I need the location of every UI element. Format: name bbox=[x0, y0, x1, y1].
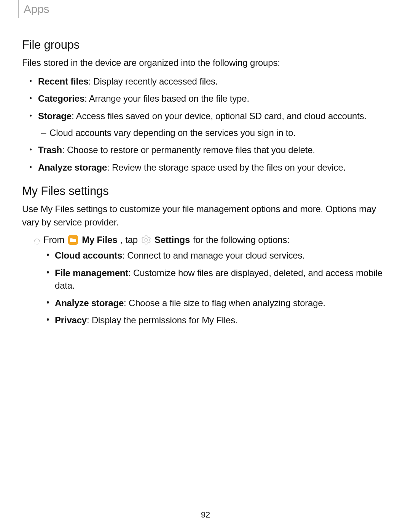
step-app-name: My Files bbox=[82, 235, 117, 245]
section-intro-my-files: Use My Files settings to customize your … bbox=[22, 203, 389, 229]
my-files-app-icon bbox=[68, 235, 78, 245]
section-intro-file-groups: Files stored in the device are organized… bbox=[22, 56, 389, 70]
sub-list-item: Cloud accounts vary depending on the ser… bbox=[49, 126, 389, 139]
term: Cloud accounts bbox=[55, 250, 122, 260]
section-my-files-settings: My Files settings Use My Files settings … bbox=[22, 184, 389, 327]
term: Analyze storage bbox=[38, 162, 107, 173]
desc: : Connect to and manage your cloud servi… bbox=[122, 250, 304, 260]
desc: : Review the storage space used by the f… bbox=[107, 162, 346, 173]
step-settings-label: Settings bbox=[155, 235, 190, 245]
list-item: Recent files: Display recently accessed … bbox=[38, 75, 389, 88]
desc: : Choose to restore or permanently remov… bbox=[62, 145, 315, 155]
step-instruction: From My Files, tap Settings for the foll… bbox=[22, 235, 389, 245]
header-title: Apps bbox=[24, 3, 49, 16]
list-item: Analyze storage: Review the storage spac… bbox=[38, 161, 389, 174]
desc: : Display recently accessed files. bbox=[88, 76, 218, 86]
step-bullet-icon bbox=[33, 236, 40, 243]
desc: : Access files saved on your device, opt… bbox=[72, 111, 366, 121]
step-text-from: From bbox=[43, 235, 64, 245]
term: Privacy bbox=[55, 315, 87, 325]
section-heading-file-groups: File groups bbox=[22, 38, 389, 52]
list-item: Categories: Arrange your files based on … bbox=[38, 92, 389, 105]
term: Trash bbox=[38, 145, 62, 155]
list-item: Privacy: Display the permissions for My … bbox=[55, 314, 389, 327]
term: Storage bbox=[38, 111, 72, 121]
page-header: Apps bbox=[0, 0, 411, 18]
header-divider bbox=[18, 0, 19, 18]
term: Categories bbox=[38, 93, 84, 104]
svg-point-0 bbox=[34, 239, 40, 244]
page-content: File groups Files stored in the device a… bbox=[0, 18, 411, 327]
settings-gear-icon bbox=[142, 235, 151, 244]
desc: : Choose a file size to flag when analyz… bbox=[124, 298, 325, 308]
desc: : Arrange your files based on the file t… bbox=[84, 93, 249, 104]
sub-list: Cloud accounts vary depending on the ser… bbox=[38, 126, 389, 139]
page-number: 92 bbox=[0, 510, 411, 520]
page-container: Apps File groups Files stored in the dev… bbox=[0, 0, 411, 532]
list-item: Trash: Choose to restore or permanently … bbox=[38, 144, 389, 157]
term: Analyze storage bbox=[55, 298, 124, 308]
list-item: Storage: Access files saved on your devi… bbox=[38, 110, 389, 139]
list-item: Cloud accounts: Connect to and manage yo… bbox=[55, 249, 389, 262]
list-item: Analyze storage: Choose a file size to f… bbox=[55, 297, 389, 310]
settings-options-list: Cloud accounts: Connect to and manage yo… bbox=[22, 249, 389, 327]
step-text-tail: for the following options: bbox=[193, 235, 290, 245]
step-text-tap: , tap bbox=[120, 235, 138, 245]
list-item: File management: Customize how files are… bbox=[55, 267, 389, 292]
section-heading-my-files: My Files settings bbox=[22, 184, 389, 198]
file-groups-list: Recent files: Display recently accessed … bbox=[22, 75, 389, 174]
desc: : Display the permissions for My Files. bbox=[87, 315, 237, 325]
term: Recent files bbox=[38, 76, 88, 86]
term: File management bbox=[55, 268, 128, 278]
